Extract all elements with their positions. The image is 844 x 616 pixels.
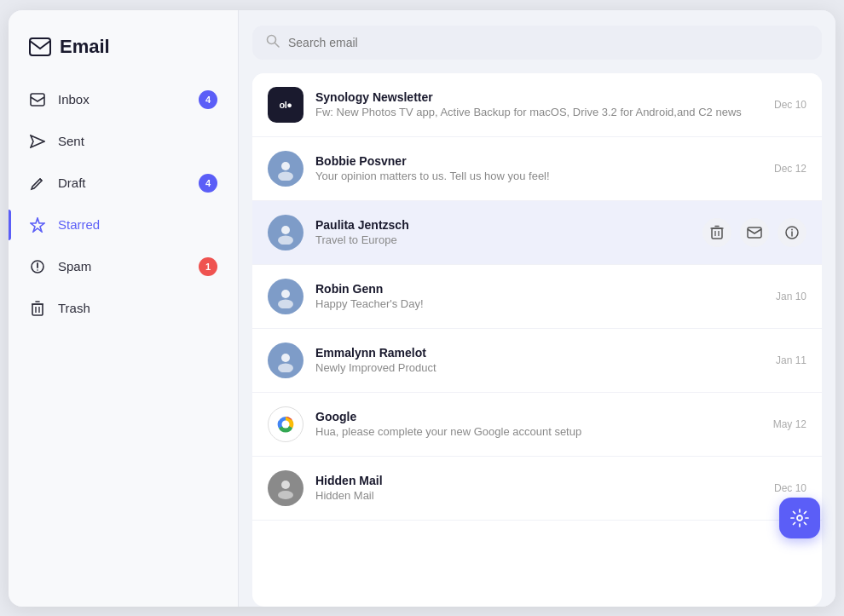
email-row[interactable]: Google Hua, please complete your new Goo…	[252, 393, 822, 457]
email-content: Paulita Jentzsch Travel to Europe	[315, 218, 692, 246]
email-row[interactable]: ol● Synology Newsletter Fw: New Photos T…	[252, 73, 822, 137]
email-sender: Hidden Mail	[315, 474, 764, 487]
avatar	[268, 151, 303, 187]
avatar	[268, 279, 303, 314]
svg-point-35	[281, 481, 290, 489]
svg-rect-0	[30, 38, 50, 55]
mail-button[interactable]	[740, 218, 769, 247]
email-icon	[29, 37, 51, 56]
email-content: Synology Newsletter Fw: New Photos TV ap…	[315, 90, 764, 118]
email-date: May 12	[773, 418, 806, 430]
svg-point-16	[278, 171, 293, 181]
spam-badge: 1	[199, 257, 217, 276]
email-content: Robin Genn Happy Teacher's Day!	[315, 282, 766, 310]
inbox-icon	[29, 91, 46, 108]
email-sender: Paulita Jentzsch	[315, 218, 692, 232]
email-row[interactable]: Emmalynn Ramelot Newly Improved Product …	[252, 329, 822, 393]
info-button[interactable]	[778, 218, 806, 247]
svg-point-7	[37, 269, 38, 271]
email-content: Bobbie Posvner Your opinion matters to u…	[315, 154, 764, 182]
email-subject: Hidden Mail	[315, 489, 764, 502]
svg-point-34	[282, 420, 290, 428]
svg-point-37	[797, 515, 802, 521]
svg-rect-19	[712, 228, 722, 239]
svg-point-15	[281, 162, 290, 170]
email-sender: Synology Newsletter	[315, 90, 764, 104]
email-subject: Travel to Europe	[315, 233, 692, 246]
email-subject: Fw: New Photos TV app, Active Backup for…	[315, 106, 764, 118]
email-sender: Robin Genn	[315, 282, 766, 296]
email-sender: Bobbie Posvner	[315, 154, 764, 168]
svg-point-28	[281, 290, 290, 298]
email-subject: Your opinion matters to us. Tell us how …	[315, 170, 764, 182]
sidebar: Email Inbox 4	[9, 10, 239, 607]
email-date: Dec 10	[774, 99, 806, 111]
sidebar-item-draft[interactable]: Draft 4	[9, 162, 238, 204]
nav-menu: Inbox 4 Sent Dr	[9, 78, 238, 329]
email-date: Jan 10	[776, 291, 806, 302]
app-title: Email	[9, 27, 238, 78]
email-row[interactable]: Bobbie Posvner Your opinion matters to u…	[252, 137, 822, 201]
settings-fab[interactable]	[779, 498, 820, 538]
avatar	[268, 215, 303, 250]
delete-button[interactable]	[702, 218, 731, 247]
email-row[interactable]: Hidden Mail Hidden Mail Dec 10	[252, 457, 822, 521]
svg-marker-2	[31, 135, 44, 147]
avatar	[268, 343, 303, 378]
svg-point-31	[278, 363, 293, 372]
draft-badge: 4	[199, 174, 217, 193]
avatar	[268, 406, 303, 442]
email-content: Emmalynn Ramelot Newly Improved Product	[315, 346, 766, 374]
svg-line-3	[40, 179, 42, 181]
search-icon	[266, 34, 280, 51]
sidebar-item-trash[interactable]: Trash	[9, 288, 238, 329]
sidebar-item-sent[interactable]: Sent	[9, 121, 238, 162]
email-date: Dec 12	[774, 163, 806, 175]
main-content: ol● Synology Newsletter Fw: New Photos T…	[239, 10, 835, 607]
trash-icon	[29, 300, 46, 317]
svg-point-29	[278, 299, 293, 308]
starred-icon	[29, 216, 46, 233]
email-subject: Happy Teacher's Day!	[315, 297, 766, 310]
sidebar-item-inbox[interactable]: Inbox 4	[9, 78, 238, 121]
sidebar-item-starred[interactable]: Starred	[9, 204, 238, 245]
svg-rect-8	[32, 304, 43, 315]
sent-icon	[29, 133, 46, 150]
svg-rect-1	[31, 94, 44, 106]
svg-line-14	[275, 43, 280, 47]
email-list: ol● Synology Newsletter Fw: New Photos T…	[252, 73, 822, 607]
svg-point-17	[281, 226, 290, 234]
spam-icon	[29, 258, 46, 275]
email-date: Dec 10	[774, 482, 806, 494]
avatar	[268, 470, 303, 506]
svg-point-36	[278, 491, 293, 499]
email-subject: Newly Improved Product	[315, 361, 766, 374]
email-content: Hidden Mail Hidden Mail	[315, 474, 764, 502]
email-actions	[702, 218, 806, 247]
email-row[interactable]: Robin Genn Happy Teacher's Day! Jan 10	[252, 265, 822, 329]
sidebar-item-spam[interactable]: Spam 1	[9, 245, 238, 288]
email-row[interactable]: Paulita Jentzsch Travel to Europe	[252, 201, 822, 265]
avatar: ol●	[268, 87, 303, 123]
draft-icon	[29, 175, 46, 192]
search-bar	[252, 26, 822, 60]
svg-point-27	[791, 228, 793, 230]
email-content: Google Hua, please complete your new Goo…	[315, 410, 763, 438]
svg-rect-24	[748, 227, 761, 238]
inbox-badge: 4	[199, 90, 217, 109]
email-date: Jan 11	[776, 354, 806, 366]
svg-point-30	[281, 354, 290, 362]
svg-marker-4	[31, 218, 44, 232]
search-input[interactable]	[288, 36, 808, 49]
svg-point-18	[278, 235, 293, 245]
email-sender: Emmalynn Ramelot	[315, 346, 766, 360]
email-subject: Hua, please complete your new Google acc…	[315, 425, 763, 438]
email-sender: Google	[315, 410, 763, 423]
